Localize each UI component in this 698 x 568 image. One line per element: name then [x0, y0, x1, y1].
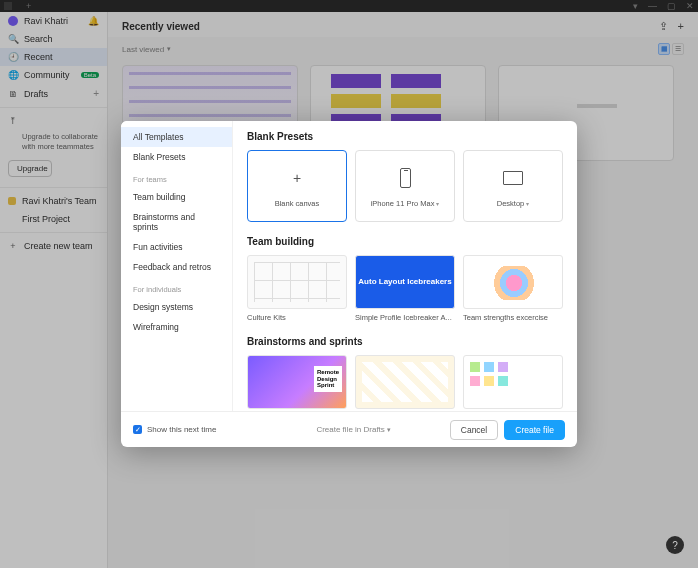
modal-side-all-templates[interactable]: All Templates	[121, 127, 232, 147]
preset-label: Desktop	[497, 199, 525, 208]
template-label: Culture Kits	[247, 313, 347, 322]
template-thumb	[247, 355, 347, 409]
modal-side-head-teams: For teams	[121, 167, 232, 187]
preset-desktop[interactable]: Desktop▾	[463, 150, 563, 222]
modal-content: Blank Presets + Blank canvas iPhone 11 P…	[233, 121, 577, 411]
modal-side-brainstorms[interactable]: Brainstorms and sprints	[121, 207, 232, 237]
template-whiteboard[interactable]	[463, 355, 563, 411]
modal-footer: ✓ Show this next time Create file in Dra…	[121, 411, 577, 447]
show-next-checkbox[interactable]: ✓ Show this next time	[133, 425, 216, 434]
modal-sidebar: All Templates Blank Presets For teams Te…	[121, 121, 233, 411]
section-brainstorms: Brainstorms and sprints	[247, 336, 563, 347]
cancel-button[interactable]: Cancel	[450, 420, 498, 440]
chevron-down-icon: ▾	[387, 426, 391, 434]
modal-side-design-systems[interactable]: Design systems	[121, 297, 232, 317]
checkbox-checked-icon: ✓	[133, 425, 142, 434]
plus-icon: +	[284, 165, 310, 191]
modal-side-blank-presets[interactable]: Blank Presets	[121, 147, 232, 167]
chevron-down-icon: ▾	[436, 201, 439, 207]
modal-side-team-building[interactable]: Team building	[121, 187, 232, 207]
template-label: Simple Profile Icebreaker A...	[355, 313, 455, 322]
create-in-label: Create file in Drafts	[316, 425, 384, 434]
preset-iphone[interactable]: iPhone 11 Pro Max▾	[355, 150, 455, 222]
new-file-modal: All Templates Blank Presets For teams Te…	[121, 121, 577, 447]
template-thumb	[355, 355, 455, 409]
template-remote-sprint[interactable]	[247, 355, 347, 411]
template-culture-kits[interactable]: Culture Kits	[247, 255, 347, 322]
section-team-building: Team building	[247, 236, 563, 247]
template-strengths[interactable]: Team strengths excercise	[463, 255, 563, 322]
preset-label: iPhone 11 Pro Max	[371, 199, 435, 208]
template-thumb	[463, 255, 563, 309]
thumb-text: Auto Layout Icebreakers	[358, 277, 451, 287]
template-label: Team strengths excercise	[463, 313, 563, 322]
desktop-icon	[500, 165, 526, 191]
modal-backdrop[interactable]: All Templates Blank Presets For teams Te…	[0, 0, 698, 568]
preset-blank-canvas[interactable]: + Blank canvas	[247, 150, 347, 222]
section-blank-presets: Blank Presets	[247, 131, 563, 142]
phone-icon	[392, 165, 418, 191]
modal-side-head-individuals: For individuals	[121, 277, 232, 297]
create-file-button[interactable]: Create file	[504, 420, 565, 440]
modal-side-feedback[interactable]: Feedback and retros	[121, 257, 232, 277]
chevron-down-icon: ▾	[526, 201, 529, 207]
preset-label: Blank canvas	[275, 199, 320, 208]
template-icebreakers[interactable]: Auto Layout Icebreakers Simple Profile I…	[355, 255, 455, 322]
template-thumb: Auto Layout Icebreakers	[355, 255, 455, 309]
modal-side-wireframing[interactable]: Wireframing	[121, 317, 232, 337]
help-fab[interactable]: ?	[666, 536, 684, 554]
template-brainstorm[interactable]	[355, 355, 455, 411]
modal-side-fun[interactable]: Fun activities	[121, 237, 232, 257]
template-thumb	[247, 255, 347, 309]
template-thumb	[463, 355, 563, 409]
show-next-label: Show this next time	[147, 425, 216, 434]
create-in-dropdown[interactable]: Create file in Drafts ▾	[316, 425, 390, 434]
